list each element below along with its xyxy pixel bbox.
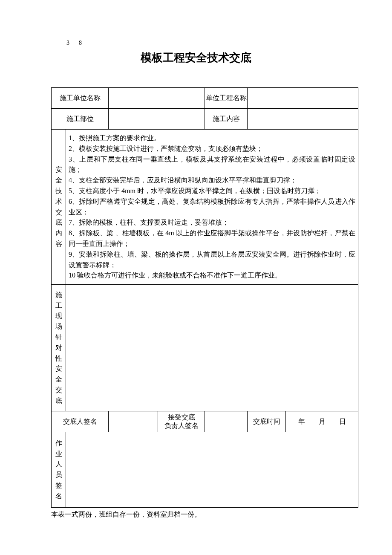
safety-content-cell: 1、按照施工方案的要求作业。2、模板安装按施工设计进行，严禁随意变动，支顶必须有…	[66, 130, 358, 285]
safety-label-cell: 安全技术交底内容	[52, 130, 66, 285]
document-title: 模板工程安全技术交底	[51, 49, 341, 66]
header-row-2: 施工部位 施工内容	[52, 109, 358, 130]
site-label-cell: 施工现场针对性安全交底	[52, 285, 66, 411]
construction-unit-value	[109, 88, 205, 109]
site-content-cell	[66, 285, 358, 411]
main-table: 施工单位名称 单位工程名称 施工部位 施工内容 安全技术交底内容 1、按照施工方…	[51, 87, 358, 508]
project-name-value	[248, 88, 358, 109]
time-label: 交底时间	[248, 411, 286, 432]
disclosure-person-value	[109, 411, 158, 432]
construction-unit-label: 施工单位名称	[52, 88, 109, 109]
construction-content-value	[248, 109, 358, 130]
site-row: 施工现场针对性安全交底	[52, 285, 358, 411]
operator-label: 作业人员签名	[55, 436, 62, 503]
project-name-label: 单位工程名称	[205, 88, 248, 109]
header-row-1: 施工单位名称 单位工程名称	[52, 88, 358, 109]
sign-row: 交底人签名 接受交底 负责人签名 交底时间 年月日	[52, 411, 358, 432]
operator-row: 作业人员签名	[52, 432, 358, 508]
safety-row: 安全技术交底内容 1、按照施工方案的要求作业。2、模板安装按施工设计进行，严禁随…	[52, 130, 358, 285]
construction-part-label: 施工部位	[52, 109, 109, 130]
date-cell: 年月日	[286, 411, 358, 432]
date-day: 日	[332, 416, 353, 427]
disclosure-person-label: 交底人签名	[52, 411, 109, 432]
page: 3 8 模板工程安全技术交底 施工单位名称 单位工程名称 施工部位 施工内容	[0, 0, 392, 545]
page-number: 3 8	[66, 38, 341, 47]
operator-label-cell: 作业人员签名	[52, 432, 66, 508]
site-label: 施工现场针对性安全交底	[55, 288, 62, 408]
accept-person-label-line2: 负责人签名	[164, 422, 199, 429]
accept-person-value	[205, 411, 248, 432]
date-year: 年	[291, 416, 312, 427]
construction-content-label: 施工内容	[205, 109, 248, 130]
operator-content-cell	[66, 432, 358, 508]
accept-person-label: 接受交底 负责人签名	[158, 411, 205, 432]
accept-person-label-line1: 接受交底	[168, 413, 195, 421]
date-month: 月	[312, 416, 332, 427]
construction-part-value	[109, 109, 205, 130]
safety-label: 安全技术交底内容	[55, 163, 62, 251]
footer-note: 本表一式两份，班组自存一份，资料室归档一份。	[51, 509, 341, 520]
